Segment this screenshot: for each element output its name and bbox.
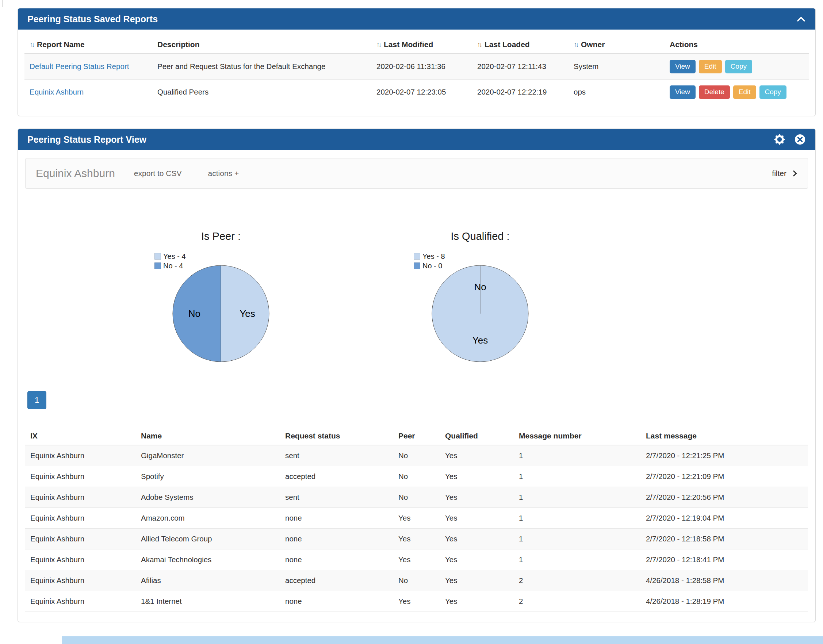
- actions-link[interactable]: actions +: [208, 169, 239, 178]
- collapse-chevron-up-icon[interactable]: [796, 16, 806, 22]
- saved-reports-table: ↑↓Report NameDescription↑↓Last Modified↑…: [25, 35, 809, 105]
- page-button[interactable]: 1: [28, 391, 46, 409]
- table-cell: none: [280, 529, 393, 549]
- legend-swatch: [414, 262, 420, 269]
- table-cell: 1: [514, 549, 641, 570]
- edit-button[interactable]: Edit: [733, 86, 756, 99]
- report-name-cell: Default Peering Status Report: [25, 54, 152, 79]
- saved-reports-body: ↑↓Report NameDescription↑↓Last Modified↑…: [18, 29, 815, 105]
- chart-legend: Yes - 4No - 4: [155, 251, 186, 270]
- table-header-row: ↑↓Report NameDescription↑↓Last Modified↑…: [25, 35, 809, 54]
- legend-label: No - 0: [423, 261, 442, 270]
- table-cell: 1: [514, 466, 641, 487]
- table-cell: none: [280, 591, 393, 612]
- pagination: 1: [28, 391, 46, 409]
- table-cell: 2/7/2020 - 12:20:56 PM: [641, 487, 808, 508]
- peer-status-row: Equinix Ashburn1&1 InternetnoneYesYes24/…: [25, 591, 808, 612]
- report-name-link[interactable]: Default Peering Status Report: [29, 62, 129, 71]
- chevron-right-icon: [791, 170, 797, 177]
- description-cell: Peer and Request Status for the Default …: [152, 54, 371, 79]
- pie-chart: YesNo: [171, 264, 271, 363]
- table-cell: 2/7/2020 - 12:19:04 PM: [641, 508, 808, 529]
- table-cell: Equinix Ashburn: [25, 570, 136, 591]
- filter-toggle[interactable]: filter: [772, 169, 797, 178]
- legend-item: No - 4: [155, 261, 186, 270]
- legend-swatch: [414, 253, 420, 259]
- peer-status-row: Equinix AshburnAkamai TechnologiesnoneYe…: [25, 549, 808, 570]
- table-cell: 4/26/2018 - 1:28:58 PM: [641, 570, 808, 591]
- legend-swatch: [155, 253, 161, 259]
- peer-status-table: IXNameRequest statusPeerQualifiedMessage…: [25, 427, 808, 612]
- table-cell: No: [393, 570, 440, 591]
- sort-icon: ↑↓: [477, 41, 481, 48]
- report-name-link[interactable]: Equinix Ashburn: [29, 87, 84, 96]
- svg-text:Yes: Yes: [472, 335, 488, 346]
- table-cell: Yes: [440, 591, 514, 612]
- table-cell: 2: [514, 591, 641, 612]
- table-cell: Equinix Ashburn: [25, 549, 136, 570]
- owner-cell: System: [569, 54, 665, 79]
- sort-icon: ↑↓: [574, 41, 578, 48]
- view-button[interactable]: View: [670, 86, 696, 99]
- owner-cell: ops: [569, 79, 665, 105]
- column-header-message-number: Message number: [514, 427, 641, 445]
- legend-label: Yes - 4: [163, 251, 186, 261]
- peer-status-row: Equinix AshburnAmazon.comnoneYesYes12/7/…: [25, 508, 808, 529]
- column-header-report-name[interactable]: ↑↓Report Name: [25, 35, 152, 54]
- column-header-request-status: Request status: [280, 427, 393, 445]
- report-view-title: Peering Status Report View: [28, 134, 146, 145]
- table-cell: Spotify: [136, 466, 280, 487]
- description-cell: Qualified Peers: [152, 79, 371, 105]
- column-header-last-modified[interactable]: ↑↓Last Modified: [371, 35, 472, 54]
- sort-icon: ↑↓: [377, 41, 380, 48]
- column-header-owner[interactable]: ↑↓Owner: [569, 35, 665, 54]
- copy-button[interactable]: Copy: [759, 86, 786, 99]
- svg-text:No: No: [474, 282, 486, 293]
- settings-gear-icon[interactable]: [774, 133, 785, 145]
- table-cell: 1: [514, 445, 641, 466]
- copy-button[interactable]: Copy: [725, 60, 752, 74]
- table-cell: accepted: [280, 466, 393, 487]
- table-cell: 2/7/2020 - 12:21:09 PM: [641, 466, 808, 487]
- saved-report-row: Equinix AshburnQualified Peers2020-02-07…: [25, 79, 809, 105]
- delete-button[interactable]: Delete: [699, 86, 730, 99]
- table-header-row: IXNameRequest statusPeerQualifiedMessage…: [25, 427, 808, 445]
- saved-report-row: Default Peering Status ReportPeer and Re…: [25, 54, 809, 79]
- saved-reports-header: Peering Status Saved Reports: [18, 8, 815, 29]
- report-view-header: Peering Status Report View: [18, 129, 815, 150]
- table-cell: Allied Telecom Group: [136, 529, 280, 549]
- close-circle-x-icon[interactable]: [794, 133, 806, 145]
- table-cell: none: [280, 549, 393, 570]
- filter-label: filter: [772, 169, 786, 178]
- table-cell: Yes: [393, 508, 440, 529]
- pie-chart: YesNo: [431, 264, 530, 363]
- edit-button[interactable]: Edit: [699, 60, 722, 74]
- last-loaded-cell: 2020-02-07 12:11:43: [472, 54, 569, 79]
- table-cell: Equinix Ashburn: [25, 508, 136, 529]
- peer-status-row: Equinix AshburnAdobe SystemssentNoYes12/…: [25, 487, 808, 508]
- table-cell: No: [393, 487, 440, 508]
- table-cell: 1: [514, 529, 641, 549]
- table-cell: Equinix Ashburn: [25, 466, 136, 487]
- table-cell: sent: [280, 445, 393, 466]
- export-csv-link[interactable]: export to CSV: [134, 169, 182, 178]
- table-cell: Equinix Ashburn: [25, 591, 136, 612]
- actions-cell: ViewDeleteEditCopy: [665, 79, 809, 105]
- report-name: Equinix Ashburn: [36, 167, 115, 179]
- view-button[interactable]: View: [670, 60, 696, 74]
- column-header-peer: Peer: [393, 427, 440, 445]
- svg-text:No: No: [189, 308, 201, 319]
- sort-icon: ↑↓: [29, 41, 34, 48]
- is-qualified-chart: Is Qualified :Yes - 8No - 0YesNo: [352, 230, 608, 363]
- column-header-description: Description: [152, 35, 371, 54]
- column-header-last-loaded[interactable]: ↑↓Last Loaded: [472, 35, 569, 54]
- table-cell: Equinix Ashburn: [25, 445, 136, 466]
- peer-status-table-wrap: IXNameRequest statusPeerQualifiedMessage…: [25, 427, 808, 612]
- table-cell: Yes: [440, 529, 514, 549]
- column-header-qualified: Qualified: [440, 427, 514, 445]
- chart-title: Is Qualified :: [352, 230, 608, 243]
- legend-item: Yes - 4: [155, 251, 186, 261]
- table-cell: GigaMonster: [136, 445, 280, 466]
- peer-status-row: Equinix AshburnSpotifyacceptedNoYes12/7/…: [25, 466, 808, 487]
- table-cell: Yes: [440, 570, 514, 591]
